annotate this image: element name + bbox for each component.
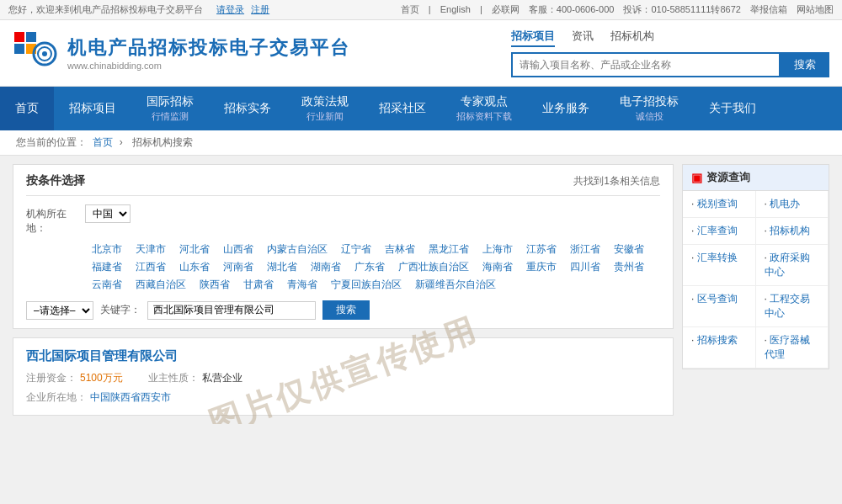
nav-community-label: 招采社区 <box>379 101 426 116</box>
business-value: 私营企业 <box>202 371 242 385</box>
company-name[interactable]: 西北国际项目管理有限公司 <box>26 348 660 364</box>
filter-location-label: 机构所在地： <box>26 204 85 236</box>
province-item[interactable]: 河南省 <box>216 258 260 276</box>
province-item[interactable]: 江西省 <box>129 258 173 276</box>
nav-practice-label: 招标实务 <box>224 101 271 116</box>
province-item[interactable]: 湖北省 <box>260 258 304 276</box>
search-row: 搜索 <box>511 52 829 77</box>
province-row: 北京市天津市河北省山西省内蒙古自治区辽宁省吉林省黑龙江省上海市江苏省浙江省安徽省… <box>26 241 660 294</box>
reg-capital-value: 5100万元 <box>80 371 123 385</box>
province-item[interactable]: 福建省 <box>85 258 129 276</box>
report-link[interactable]: 举报信箱 <box>750 4 787 14</box>
search-button[interactable]: 搜索 <box>781 52 829 77</box>
province-item[interactable]: 内蒙古自治区 <box>260 241 334 258</box>
province-item[interactable]: 山东省 <box>173 258 216 276</box>
province-item[interactable]: 青海省 <box>280 276 324 294</box>
resource-item[interactable]: 医疗器械代理 <box>756 327 829 369</box>
province-item[interactable]: 辽宁省 <box>334 241 378 258</box>
resource-title: ▣ 资源查询 <box>683 165 829 191</box>
nav-expert[interactable]: 专家观点 招标资料下载 <box>441 87 527 130</box>
nav-about[interactable]: 关于我们 <box>694 87 771 130</box>
result-card: 西北国际项目管理有限公司 注册资金： 5100万元 业主性质： 私营企业 企业所… <box>13 337 674 416</box>
province-item[interactable]: 山西省 <box>216 241 260 258</box>
province-item[interactable]: 天津市 <box>129 241 173 258</box>
tab-news[interactable]: 资讯 <box>572 29 594 47</box>
province-item[interactable]: 陕西省 <box>193 276 237 294</box>
header-right: 招标项目 资讯 招标机构 搜索 <box>511 29 829 77</box>
topbar-left: 您好，欢迎来到机电产品招标投标电子交易平台 请登录 注册 <box>8 3 269 16</box>
province-item[interactable]: 黑龙江省 <box>422 241 476 258</box>
province-item[interactable]: 新疆维吾尔自治区 <box>408 276 503 294</box>
nav-etender-sub: 诚信投 <box>636 110 663 123</box>
sitemap-link[interactable]: 网站地图 <box>797 4 834 14</box>
nav-international[interactable]: 国际招标 行情监测 <box>131 87 209 130</box>
nav-international-label: 国际招标 <box>147 94 194 109</box>
tab-project[interactable]: 招标项目 <box>511 29 555 47</box>
reg-capital-item: 注册资金： 5100万元 <box>26 371 123 385</box>
province-item[interactable]: 安徽省 <box>607 241 651 258</box>
nav-service[interactable]: 业务服务 <box>527 87 605 130</box>
login-link[interactable]: 请登录 <box>216 4 244 14</box>
nav-policy[interactable]: 政策法规 行业新闻 <box>286 87 364 130</box>
province-item[interactable]: 重庆市 <box>520 258 563 276</box>
resource-item[interactable]: 汇率转换 <box>683 245 756 286</box>
province-item[interactable]: 上海市 <box>476 241 520 258</box>
nav-etender[interactable]: 电子招投标 诚信投 <box>605 87 694 130</box>
nav-community[interactable]: 招采社区 <box>364 87 441 130</box>
logo-text: 机电产品招标投标电子交易平台 www.chinabidding.com <box>67 35 350 71</box>
resource-item[interactable]: 政府采购中心 <box>756 245 829 286</box>
keyword-input[interactable] <box>147 301 316 320</box>
resource-item[interactable]: 汇率查询 <box>683 218 756 245</box>
register-link[interactable]: 注册 <box>251 4 269 14</box>
home-link[interactable]: 首页 <box>401 4 419 14</box>
province-label <box>26 241 85 243</box>
search-input[interactable] <box>511 52 781 77</box>
nav-practice[interactable]: 招标实务 <box>209 87 286 130</box>
province-item[interactable]: 云南省 <box>85 276 129 294</box>
main-content: 按条件选择 共找到1条相关信息 机构所在地： 中国 北京市天津市河北省山西省内蒙… <box>0 156 842 424</box>
filter-location-row: 机构所在地： 中国 <box>26 204 660 236</box>
province-item[interactable]: 宁夏回族自治区 <box>324 276 408 294</box>
province-item[interactable]: 湖南省 <box>304 258 348 276</box>
type-select[interactable]: –请选择– <box>26 301 93 320</box>
nav-service-label: 业务服务 <box>542 101 589 116</box>
resource-item[interactable]: 机电办 <box>756 191 829 218</box>
province-item[interactable]: 甘肃省 <box>237 276 280 294</box>
filter-count: 共找到1条相关信息 <box>573 174 660 188</box>
tab-org[interactable]: 招标机构 <box>610 29 654 47</box>
main-nav: 首页 招标项目 国际招标 行情监测 招标实务 政策法规 行业新闻 招采社区 专家… <box>0 87 842 130</box>
english-link[interactable]: English <box>440 4 471 14</box>
resource-box: ▣ 资源查询 税别查询机电办汇率查询招标机构汇率转换政府采购中心区号查询工程交易… <box>682 164 829 369</box>
bixuwan-link[interactable]: 必联网 <box>492 4 520 14</box>
filter-header: 按条件选择 共找到1条相关信息 <box>26 173 660 196</box>
province-item[interactable]: 吉林省 <box>378 241 422 258</box>
nav-international-sub: 行情监测 <box>152 110 189 123</box>
resource-item[interactable]: 区号查询 <box>683 286 756 327</box>
province-item[interactable]: 北京市 <box>85 241 129 258</box>
filter-search-button[interactable]: 搜索 <box>322 300 370 320</box>
address-item: 企业所在地： 中国陕西省西安市 <box>26 390 660 405</box>
location-select[interactable]: 中国 <box>85 204 131 223</box>
province-item[interactable]: 浙江省 <box>563 241 607 258</box>
province-item[interactable]: 广西壮族自治区 <box>392 258 476 276</box>
svg-rect-0 <box>14 32 24 42</box>
svg-rect-2 <box>14 44 24 54</box>
province-item[interactable]: 贵州省 <box>607 258 651 276</box>
sep1: | <box>429 4 434 14</box>
province-item[interactable]: 四川省 <box>563 258 607 276</box>
breadcrumb-home[interactable]: 首页 <box>93 136 113 148</box>
nav-policy-label: 政策法规 <box>301 94 349 109</box>
resource-item[interactable]: 工程交易中心 <box>756 286 829 327</box>
province-item[interactable]: 广东省 <box>348 258 392 276</box>
resource-item[interactable]: 税别查询 <box>683 191 756 218</box>
resource-item[interactable]: 招标搜索 <box>683 327 756 369</box>
left-panel: 按条件选择 共找到1条相关信息 机构所在地： 中国 北京市天津市河北省山西省内蒙… <box>13 164 674 416</box>
province-item[interactable]: 江苏省 <box>520 241 563 258</box>
province-item[interactable]: 河北省 <box>173 241 216 258</box>
address-label: 企业所在地： <box>26 390 87 405</box>
province-item[interactable]: 海南省 <box>476 258 520 276</box>
resource-item[interactable]: 招标机构 <box>756 218 829 245</box>
nav-home[interactable]: 首页 <box>0 87 54 130</box>
province-item[interactable]: 西藏自治区 <box>129 276 193 294</box>
nav-project[interactable]: 招标项目 <box>54 87 131 130</box>
